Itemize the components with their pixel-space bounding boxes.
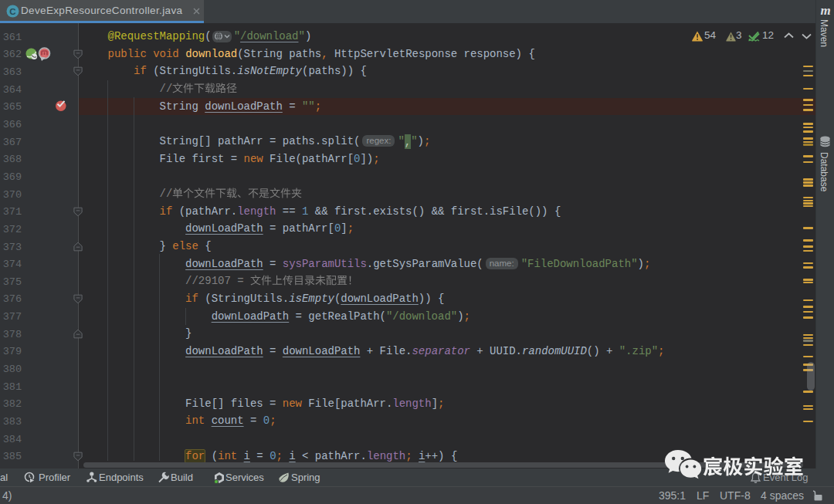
svg-text:C: C [9,7,15,16]
